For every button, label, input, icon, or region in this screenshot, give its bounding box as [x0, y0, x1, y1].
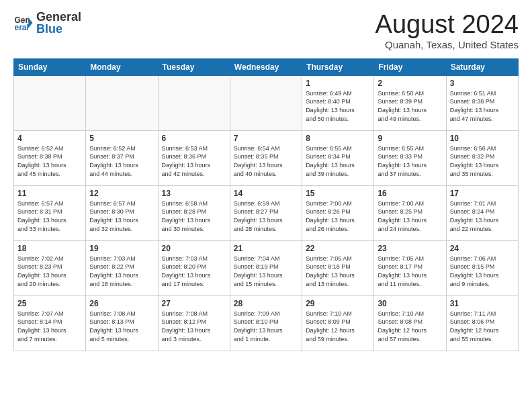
calendar-cell: 29Sunrise: 7:10 AM Sunset: 8:09 PM Dayli… — [302, 295, 374, 351]
calendar-cell: 1Sunrise: 6:49 AM Sunset: 8:40 PM Daylig… — [302, 75, 374, 130]
day-number: 10 — [450, 134, 515, 143]
calendar-week-4: 18Sunrise: 7:02 AM Sunset: 8:23 PM Dayli… — [14, 240, 519, 295]
calendar-cell: 30Sunrise: 7:10 AM Sunset: 8:08 PM Dayli… — [374, 295, 446, 351]
calendar-cell: 6Sunrise: 6:53 AM Sunset: 8:36 PM Daylig… — [158, 130, 230, 185]
day-info: Sunrise: 6:59 AM Sunset: 8:27 PM Dayligh… — [234, 199, 298, 233]
day-info: Sunrise: 7:11 AM Sunset: 8:06 PM Dayligh… — [450, 310, 515, 343]
calendar-week-1: 1Sunrise: 6:49 AM Sunset: 8:40 PM Daylig… — [14, 75, 519, 130]
day-info: Sunrise: 7:02 AM Sunset: 8:23 PM Dayligh… — [17, 255, 82, 288]
day-info: Sunrise: 6:55 AM Sunset: 8:33 PM Dayligh… — [378, 144, 442, 178]
calendar-header-wednesday: Wednesday — [230, 58, 302, 75]
day-info: Sunrise: 6:54 AM Sunset: 8:35 PM Dayligh… — [234, 144, 298, 178]
logo-blue-text: Blue — [36, 23, 81, 35]
calendar-cell: 31Sunrise: 7:11 AM Sunset: 8:06 PM Dayli… — [446, 295, 518, 351]
day-number: 4 — [17, 134, 82, 143]
day-number: 7 — [234, 134, 298, 143]
day-number: 8 — [306, 134, 370, 143]
day-info: Sunrise: 7:00 AM Sunset: 8:25 PM Dayligh… — [378, 199, 442, 233]
calendar-header-saturday: Saturday — [446, 58, 518, 75]
day-info: Sunrise: 6:57 AM Sunset: 8:31 PM Dayligh… — [17, 199, 82, 233]
calendar-cell: 22Sunrise: 7:05 AM Sunset: 8:18 PM Dayli… — [302, 240, 374, 295]
calendar-header-thursday: Thursday — [302, 58, 374, 75]
day-info: Sunrise: 7:05 AM Sunset: 8:18 PM Dayligh… — [306, 255, 370, 288]
day-info: Sunrise: 6:50 AM Sunset: 8:39 PM Dayligh… — [378, 89, 442, 123]
calendar-header-sunday: Sunday — [14, 58, 86, 75]
day-number: 25 — [17, 299, 82, 308]
day-info: Sunrise: 7:06 AM Sunset: 8:15 PM Dayligh… — [450, 255, 515, 288]
calendar-cell: 5Sunrise: 6:52 AM Sunset: 8:37 PM Daylig… — [86, 130, 158, 185]
day-number: 13 — [162, 189, 226, 198]
calendar-cell: 10Sunrise: 6:56 AM Sunset: 8:32 PM Dayli… — [446, 130, 518, 185]
calendar-cell: 19Sunrise: 7:03 AM Sunset: 8:22 PM Dayli… — [86, 240, 158, 295]
day-info: Sunrise: 7:09 AM Sunset: 8:10 PM Dayligh… — [234, 310, 298, 343]
day-number: 31 — [450, 299, 515, 308]
calendar-cell: 8Sunrise: 6:55 AM Sunset: 8:34 PM Daylig… — [302, 130, 374, 185]
day-info: Sunrise: 6:55 AM Sunset: 8:34 PM Dayligh… — [306, 144, 370, 178]
day-number: 16 — [378, 189, 442, 198]
month-title: August 2024 — [375, 11, 519, 39]
calendar-cell: 7Sunrise: 6:54 AM Sunset: 8:35 PM Daylig… — [230, 130, 302, 185]
calendar-header-friday: Friday — [374, 58, 446, 75]
calendar-week-5: 25Sunrise: 7:07 AM Sunset: 8:14 PM Dayli… — [14, 295, 519, 351]
day-number: 11 — [17, 189, 82, 198]
page-header: Gen eral General Blue August 2024 Quanah… — [13, 11, 519, 50]
calendar-header-row: SundayMondayTuesdayWednesdayThursdayFrid… — [14, 58, 519, 75]
day-number: 21 — [234, 244, 298, 253]
day-info: Sunrise: 7:03 AM Sunset: 8:20 PM Dayligh… — [162, 255, 226, 288]
day-number: 5 — [89, 134, 154, 143]
day-number: 2 — [378, 79, 442, 88]
day-number: 27 — [162, 299, 226, 308]
calendar-cell: 11Sunrise: 6:57 AM Sunset: 8:31 PM Dayli… — [14, 185, 86, 240]
calendar-cell: 26Sunrise: 7:08 AM Sunset: 8:13 PM Dayli… — [86, 295, 158, 351]
calendar-cell: 3Sunrise: 6:51 AM Sunset: 8:38 PM Daylig… — [446, 75, 518, 130]
day-info: Sunrise: 7:00 AM Sunset: 8:26 PM Dayligh… — [306, 199, 370, 233]
day-number: 15 — [306, 189, 370, 198]
location-title: Quanah, Texas, United States — [375, 39, 519, 50]
calendar-week-2: 4Sunrise: 6:52 AM Sunset: 8:38 PM Daylig… — [14, 130, 519, 185]
calendar-header-tuesday: Tuesday — [158, 58, 230, 75]
calendar-cell: 25Sunrise: 7:07 AM Sunset: 8:14 PM Dayli… — [14, 295, 86, 351]
day-info: Sunrise: 6:57 AM Sunset: 8:30 PM Dayligh… — [89, 199, 154, 233]
calendar-cell: 20Sunrise: 7:03 AM Sunset: 8:20 PM Dayli… — [158, 240, 230, 295]
day-info: Sunrise: 7:07 AM Sunset: 8:14 PM Dayligh… — [17, 310, 82, 343]
calendar-cell: 24Sunrise: 7:06 AM Sunset: 8:15 PM Dayli… — [446, 240, 518, 295]
day-number: 9 — [378, 134, 442, 143]
day-number: 1 — [306, 79, 370, 88]
calendar-cell: 27Sunrise: 7:08 AM Sunset: 8:12 PM Dayli… — [158, 295, 230, 351]
day-info: Sunrise: 6:58 AM Sunset: 8:28 PM Dayligh… — [162, 199, 226, 233]
day-info: Sunrise: 6:49 AM Sunset: 8:40 PM Dayligh… — [306, 89, 370, 123]
day-info: Sunrise: 7:04 AM Sunset: 8:19 PM Dayligh… — [234, 255, 298, 288]
logo-icon: Gen eral — [13, 13, 34, 33]
day-number: 20 — [162, 244, 226, 253]
day-number: 3 — [450, 79, 515, 88]
calendar-cell: 21Sunrise: 7:04 AM Sunset: 8:19 PM Dayli… — [230, 240, 302, 295]
calendar-cell: 13Sunrise: 6:58 AM Sunset: 8:28 PM Dayli… — [158, 185, 230, 240]
calendar-week-3: 11Sunrise: 6:57 AM Sunset: 8:31 PM Dayli… — [14, 185, 519, 240]
svg-text:eral: eral — [15, 23, 29, 32]
day-number: 22 — [306, 244, 370, 253]
calendar-cell — [230, 75, 302, 130]
day-info: Sunrise: 7:03 AM Sunset: 8:22 PM Dayligh… — [89, 255, 154, 288]
calendar-cell: 15Sunrise: 7:00 AM Sunset: 8:26 PM Dayli… — [302, 185, 374, 240]
day-number: 30 — [378, 299, 442, 308]
day-number: 6 — [162, 134, 226, 143]
calendar-cell: 12Sunrise: 6:57 AM Sunset: 8:30 PM Dayli… — [86, 185, 158, 240]
day-info: Sunrise: 6:51 AM Sunset: 8:38 PM Dayligh… — [450, 89, 515, 123]
calendar-header-monday: Monday — [86, 58, 158, 75]
logo: Gen eral General Blue — [13, 11, 81, 35]
day-number: 24 — [450, 244, 515, 253]
calendar-cell — [14, 75, 86, 130]
title-section: August 2024 Quanah, Texas, United States — [375, 11, 519, 50]
day-number: 23 — [378, 244, 442, 253]
logo-text: General Blue — [36, 11, 81, 35]
day-number: 19 — [89, 244, 154, 253]
calendar-cell: 16Sunrise: 7:00 AM Sunset: 8:25 PM Dayli… — [374, 185, 446, 240]
logo-general-text: General — [36, 11, 81, 23]
calendar-cell: 28Sunrise: 7:09 AM Sunset: 8:10 PM Dayli… — [230, 295, 302, 351]
calendar-cell: 17Sunrise: 7:01 AM Sunset: 8:24 PM Dayli… — [446, 185, 518, 240]
calendar-cell: 4Sunrise: 6:52 AM Sunset: 8:38 PM Daylig… — [14, 130, 86, 185]
calendar-cell: 9Sunrise: 6:55 AM Sunset: 8:33 PM Daylig… — [374, 130, 446, 185]
day-number: 12 — [89, 189, 154, 198]
calendar-cell: 18Sunrise: 7:02 AM Sunset: 8:23 PM Dayli… — [14, 240, 86, 295]
calendar-cell: 2Sunrise: 6:50 AM Sunset: 8:39 PM Daylig… — [374, 75, 446, 130]
